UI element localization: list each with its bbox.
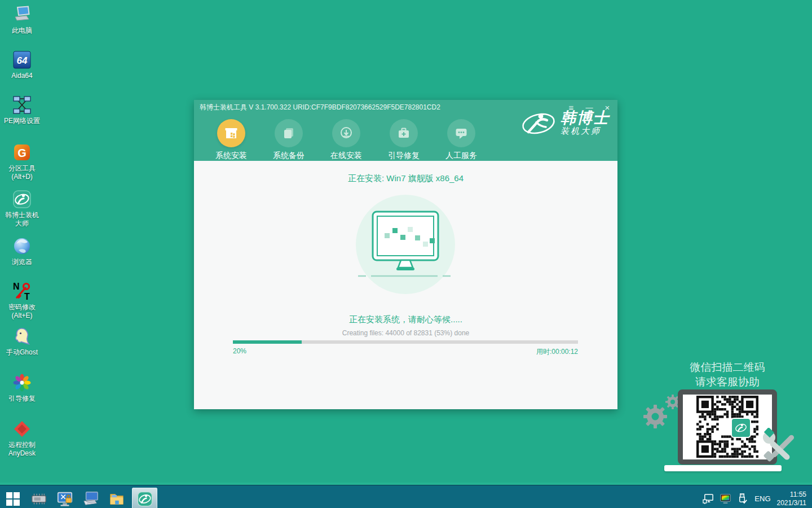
gears-icon — [642, 394, 682, 429]
aida64-icon: 64 — [12, 50, 32, 70]
wrench-screwdriver-icon — [760, 428, 804, 466]
qr-help-text: 微信扫描二维码 请求客服协助 — [648, 360, 806, 389]
desktop-icon-label2: 大师 — [15, 220, 29, 228]
windows-logo-icon — [6, 492, 20, 506]
desktop-icon-label: PE网络设置 — [4, 117, 40, 125]
on-screen-keyboard-icon — [82, 491, 99, 507]
ghost-icon — [12, 326, 32, 347]
install-box-icon — [217, 119, 245, 147]
folder-icon — [108, 491, 125, 507]
desktop-icon-label: 引导修复 — [8, 395, 36, 403]
svg-text:64: 64 — [17, 55, 28, 66]
tab-system-backup[interactable]: 系统备份 — [260, 115, 317, 161]
start-button[interactable] — [0, 487, 26, 508]
tab-online-install[interactable]: 在线安装 — [317, 115, 375, 161]
screenshot-tool-icon — [56, 491, 73, 507]
clock-date: 2021/3/11 — [777, 499, 807, 507]
elapsed-time: 用时:00:00:12 — [536, 347, 578, 357]
progress-percent: 20% — [233, 347, 246, 357]
brand-subtitle: 装机大师 — [561, 126, 610, 136]
qr-code-area — [696, 396, 758, 458]
desktop-icon-label: 浏览器 — [12, 258, 32, 266]
svg-text:G: G — [17, 147, 27, 159]
toolbox-repair-icon — [390, 119, 418, 147]
desktop-icon-label2: (Alt+E) — [11, 312, 32, 320]
desktop-icon-browser[interactable]: 浏览器 — [0, 236, 44, 266]
desktop-icon-label: 密码修改 — [8, 303, 36, 312]
brand-text: 韩博士 装机大师 — [561, 110, 610, 136]
monitor-illustration — [356, 195, 455, 294]
svg-text:N: N — [13, 282, 20, 291]
install-title: 正在安装: Win7 旗舰版 x86_64 — [194, 173, 617, 184]
diskgenius-icon: G — [12, 142, 32, 163]
taskbar-screenshot-tool-button[interactable] — [52, 487, 78, 508]
tab-label: 系统备份 — [273, 151, 304, 161]
desktop-icon-password-reset[interactable]: N T 密码修改 (Alt+E) — [0, 281, 44, 320]
monitor-drawing-icon — [356, 207, 455, 281]
desktop-icon-label: 此电脑 — [12, 27, 32, 35]
clock-time: 11:55 — [777, 491, 807, 499]
language-indicator[interactable]: ENG — [753, 494, 771, 503]
anydesk-diamond-icon — [12, 419, 32, 439]
desktop-icon-aida64[interactable]: 64 Aida64 — [0, 50, 44, 80]
taskbar-memory-chip-button[interactable] — [26, 487, 52, 508]
qr-help-line2: 请求客服协助 — [648, 375, 806, 389]
progress-bar-fill — [233, 340, 302, 344]
brand-logo: 韩博士 装机大师 — [521, 109, 610, 137]
system-tray: ENG 11:55 2021/3/11 — [703, 487, 809, 508]
window-header: 韩博士装机工具 V 3.1.700.322 URID:CF7F9BDF82073… — [194, 100, 617, 161]
desktop-icon-boot-repair[interactable]: 引导修复 — [0, 373, 44, 403]
tab-label: 人工服务 — [445, 151, 477, 161]
progress-labels: 20% 用时:00:00:12 — [233, 347, 578, 357]
desktop-icon-partition-tool[interactable]: G 分区工具 (Alt+D) — [0, 142, 44, 181]
desktop-icon-this-pc[interactable]: 此电脑 — [0, 5, 44, 35]
qr-help-line1: 微信扫描二维码 — [648, 360, 806, 375]
installer-window: 韩博士装机工具 V 3.1.700.322 URID:CF7F9BDF82073… — [194, 100, 617, 409]
nt-password-key-icon: N T — [12, 281, 32, 301]
display-settings-icon[interactable] — [720, 493, 731, 504]
taskbar-on-screen-keyboard-button[interactable] — [78, 487, 104, 508]
taskbar-hanboshi-app-button[interactable] — [132, 488, 157, 508]
tab-bar: 系统安装 系统备份 在线安装 引导修复 — [194, 115, 490, 161]
taskbar: ENG 11:55 2021/3/11 — [0, 483, 812, 508]
tab-system-install[interactable]: 系统安装 — [202, 115, 260, 161]
tab-label: 系统安装 — [215, 151, 247, 161]
globe-icon — [12, 236, 32, 256]
desktop-icon-label2: (Alt+D) — [11, 173, 33, 181]
brand-name: 韩博士 — [561, 110, 610, 126]
tab-label: 在线安装 — [330, 151, 362, 161]
desktop-icon-manual-ghost[interactable]: 手动Ghost — [0, 326, 44, 357]
online-download-icon — [332, 119, 360, 147]
hanboshi-logo-icon — [136, 491, 153, 507]
install-progress-panel: 正在安装: Win7 旗舰版 x86_64 正在安装系统，请 — [194, 161, 617, 409]
qr-center-logo — [731, 418, 751, 438]
desktop-icon-label: Aida64 — [11, 72, 32, 80]
hanboshi-logo-icon — [12, 189, 32, 209]
memory-chip-icon — [30, 491, 47, 507]
file-progress-text: Creating files: 44000 of 82831 (53%) don… — [194, 329, 617, 337]
desktop-icon-pe-network[interactable]: PE网络设置 — [0, 95, 44, 125]
desktop-icon-anydesk[interactable]: 远程控制 AnyDesk — [0, 419, 44, 458]
taskbar-file-explorer-button[interactable] — [104, 487, 130, 508]
progress-bar — [233, 340, 578, 344]
tab-label: 引导修复 — [388, 151, 420, 161]
usb-eject-icon[interactable] — [736, 493, 748, 504]
desktop-icon-label: 韩博士装机 — [5, 211, 39, 220]
svg-text:T: T — [24, 292, 30, 301]
network-status-icon[interactable] — [703, 493, 714, 504]
backup-copy-icon — [275, 119, 303, 147]
desktop-icon-label2: AnyDesk — [8, 449, 36, 458]
tab-human-service[interactable]: 人工服务 — [433, 115, 490, 161]
desktop-icon-label: 分区工具 — [8, 164, 36, 173]
taskbar-apps — [0, 487, 157, 508]
brand-figure-icon — [521, 109, 556, 137]
tab-boot-repair[interactable]: 引导修复 — [375, 115, 433, 161]
desktop-icon-label: 远程控制 — [8, 441, 36, 449]
pinwheel-flower-icon — [12, 373, 32, 393]
status-text: 正在安装系统，请耐心等候..... — [194, 314, 617, 325]
clock[interactable]: 11:55 2021/3/11 — [777, 491, 809, 507]
desktop-icon-hanboshi-master[interactable]: 韩博士装机 大师 — [0, 189, 44, 228]
hanboshi-logo-icon — [734, 421, 748, 435]
desktop-icon-label: 手动Ghost — [6, 348, 38, 357]
network-nodes-icon — [12, 95, 32, 115]
